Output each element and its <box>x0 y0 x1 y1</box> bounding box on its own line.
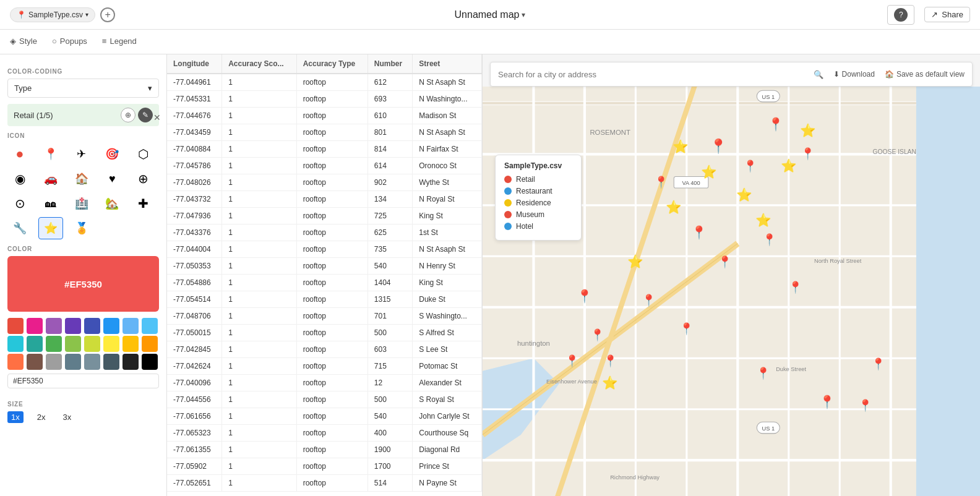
tab-style[interactable]: ◈ Style <box>10 32 37 52</box>
save-view-button[interactable]: 🏠 Save as default view <box>885 70 965 79</box>
color-light-blue[interactable] <box>123 318 139 334</box>
help-button[interactable]: ? <box>887 5 914 25</box>
col-header-accuracy-score[interactable]: Accuracy Sco... <box>222 54 296 74</box>
color-lime[interactable] <box>84 336 100 352</box>
add-layer-button[interactable]: + <box>100 7 115 22</box>
color-amber[interactable] <box>123 336 139 352</box>
cell-street: Wythe St <box>413 174 482 191</box>
col-header-accuracy-type[interactable]: Accuracy Type <box>296 54 368 74</box>
color-teal[interactable] <box>27 336 43 352</box>
share-button[interactable]: ↗ Share <box>924 7 970 22</box>
color-orange[interactable] <box>142 336 158 352</box>
cell-accuracy-score: 1 <box>222 442 296 458</box>
color-pink[interactable] <box>27 318 43 334</box>
share-label: Share <box>942 10 963 19</box>
icon-ring[interactable]: ◉ <box>7 168 32 190</box>
color-red[interactable] <box>7 318 24 334</box>
cell-number: 134 <box>368 191 412 208</box>
color-deep-orange[interactable] <box>7 354 24 370</box>
color-hex-input[interactable] <box>7 374 159 388</box>
color-blue-grey[interactable] <box>65 354 81 370</box>
icon-home3[interactable]: 🏡 <box>100 192 124 215</box>
col-header-street[interactable]: Street <box>413 54 482 74</box>
legend-label-museum: Museum <box>516 210 544 219</box>
icon-car[interactable]: 🚗 <box>38 168 63 190</box>
tab-legend[interactable]: ≡ Legend <box>102 32 137 52</box>
icon-hexagon[interactable]: ⬡ <box>131 143 155 165</box>
svg-text:📍: 📍 <box>603 354 618 368</box>
legend-label-restaurant: Restaurant <box>516 187 552 195</box>
cell-longitude: -77.065323 <box>167 425 222 442</box>
download-button[interactable]: ⬇ Download <box>833 70 875 79</box>
color-brown[interactable] <box>27 354 43 370</box>
icon-house[interactable]: 🏠 <box>69 168 94 190</box>
search-icon[interactable]: 🔍 <box>814 70 823 79</box>
size-1x-button[interactable]: 1x <box>7 411 24 423</box>
table-row: -77.040096 1 rooftop 12 Alexander St <box>167 375 482 391</box>
icon-home2[interactable]: 🏘 <box>38 192 63 215</box>
svg-text:📍: 📍 <box>801 147 815 161</box>
color-indigo[interactable] <box>84 318 100 334</box>
svg-text:📍: 📍 <box>642 293 656 307</box>
table-row: -77.061355 1 rooftop 1900 Diagonal Rd <box>167 442 482 458</box>
icon-pin[interactable]: 📍 <box>38 143 63 165</box>
cell-accuracy-score: 1 <box>222 91 296 108</box>
color-dark[interactable] <box>123 354 139 370</box>
icon-dot-circle[interactable]: ⊙ <box>7 192 32 215</box>
icon-medal[interactable]: 🏅 <box>69 217 94 239</box>
cell-accuracy-type: rooftop <box>296 308 368 325</box>
data-source-chip[interactable]: 📍 SampleType.csv ▾ <box>10 7 95 22</box>
icon-cross[interactable]: ✚ <box>131 192 155 215</box>
close-panel-button[interactable]: ✕ <box>153 113 161 122</box>
tab-style-label: Style <box>19 36 37 46</box>
tab-popups[interactable]: ○ Popups <box>52 32 87 52</box>
cell-accuracy-type: rooftop <box>296 341 368 358</box>
type-dropdown[interactable]: Type ▾ <box>7 79 159 98</box>
color-yellow[interactable] <box>103 336 119 352</box>
icon-heart[interactable]: ♥ <box>100 168 124 190</box>
color-sky[interactable] <box>142 318 158 334</box>
color-dark-slate[interactable] <box>103 354 119 370</box>
cell-accuracy-score: 1 <box>222 241 296 258</box>
header-center: Unnamed map ▾ <box>455 9 526 20</box>
save-icon: 🏠 <box>885 70 894 79</box>
svg-text:📍: 📍 <box>871 357 886 371</box>
icon-star-badge[interactable]: ⭐ <box>38 217 63 239</box>
color-blue[interactable] <box>103 318 119 334</box>
retail-row: Retail (1/5) ⊕ ✎ <box>7 104 159 126</box>
cell-longitude: -77.040096 <box>167 375 222 391</box>
icon-target[interactable]: 🎯 <box>100 143 124 165</box>
color-purple[interactable] <box>46 318 62 334</box>
icon-hospital[interactable]: 🏥 <box>69 192 94 215</box>
color-swatch-large[interactable]: #EF5350 <box>7 256 159 312</box>
cell-accuracy-type: rooftop <box>296 91 368 108</box>
color-deep-purple[interactable] <box>65 318 81 334</box>
col-header-number[interactable]: Number <box>368 54 412 74</box>
add-icon-button[interactable]: ⊕ <box>121 108 135 122</box>
color-cyan[interactable] <box>7 336 24 352</box>
main-layout: ✕ COLOR-CODING Type ▾ Retail (1/5) ⊕ ✎ I… <box>0 54 980 496</box>
cell-accuracy-type: rooftop <box>296 174 368 191</box>
col-header-longitude[interactable]: Longitude <box>167 54 222 74</box>
size-3x-button[interactable]: 3x <box>59 411 75 423</box>
icon-circle[interactable]: ● <box>7 143 32 165</box>
color-slate[interactable] <box>84 354 100 370</box>
icon-empty2[interactable] <box>131 217 155 239</box>
icon-empty1[interactable] <box>100 217 124 239</box>
icon-plane[interactable]: ✈ <box>69 143 94 165</box>
size-2x-button[interactable]: 2x <box>33 411 49 423</box>
color-light-green[interactable] <box>65 336 81 352</box>
icon-section-label: ICON <box>7 132 159 139</box>
icon-wrench[interactable]: 🔧 <box>7 217 32 239</box>
title-dropdown-arrow[interactable]: ▾ <box>522 11 525 19</box>
chevron-down-icon: ▾ <box>85 11 88 18</box>
color-grey[interactable] <box>46 354 62 370</box>
header-left: 📍 SampleType.csv ▾ + <box>10 7 115 22</box>
icon-plus-circle[interactable]: ⊕ <box>131 168 155 190</box>
color-black[interactable] <box>142 354 158 370</box>
map-search-input[interactable] <box>498 70 809 79</box>
cell-street: Potomac St <box>413 358 482 375</box>
color-green[interactable] <box>46 336 62 352</box>
edit-icon-button[interactable]: ✎ <box>138 108 153 122</box>
cell-accuracy-type: rooftop <box>296 358 368 375</box>
